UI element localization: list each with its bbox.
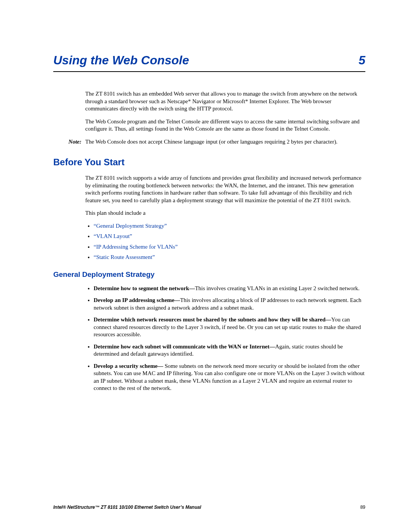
note-label: Note: [53,138,85,146]
section-general-deployment-title: General Deployment Strategy [53,270,365,279]
strategy-item-3-bold: Determine which network resources must b… [94,316,331,323]
section-before-you-start-title: Before You Start [53,157,365,168]
chapter-header: Using the Web Console 5 [53,53,365,72]
intro-block: The ZT 8101 switch has an embedded Web s… [85,90,365,133]
link-ip-addressing[interactable]: “IP Addressing Scheme for VLANs” [94,243,365,251]
plan-links-list: “General Deployment Strategy” “VLAN Layo… [85,222,365,261]
before-you-start-p1: The ZT 8101 switch supports a wide array… [85,174,365,204]
general-deployment-body: Determine how to segment the network—Thi… [85,285,365,392]
strategy-item-4-bold: Determine how each subnet will communica… [94,343,275,350]
strategy-item-2: Develop an IP addressing scheme—This inv… [94,297,365,312]
before-you-start-body: The ZT 8101 switch supports a wide array… [85,174,365,261]
link-general-deployment[interactable]: “General Deployment Strategy” [94,222,365,230]
strategy-item-2-bold: Develop an IP addressing scheme— [94,297,180,303]
strategy-item-3: Determine which network resources must b… [94,316,365,339]
strategy-item-1-text: This involves creating VLANs in an exist… [195,285,360,291]
strategy-item-5-bold: Develop a security scheme— [94,363,163,369]
strategy-item-1-bold: Determine how to segment the network— [94,285,195,291]
note-block: Note: The Web Console does not accept Ch… [53,138,365,146]
chapter-number: 5 [358,53,365,67]
strategy-item-5: Develop a security scheme— Some subnets … [94,363,365,392]
note-text: The Web Console does not accept Chinese … [85,138,365,146]
page-content: Using the Web Console 5 The ZT 8101 swit… [0,0,411,420]
link-vlan-layout[interactable]: “VLAN Layout” [94,233,365,240]
strategy-item-4: Determine how each subnet will communica… [94,343,365,358]
intro-paragraph-1: The ZT 8101 switch has an embedded Web s… [85,90,365,113]
footer-page-number: 89 [360,505,365,510]
chapter-title: Using the Web Console [53,53,189,67]
intro-paragraph-2: The Web Console program and the Telnet C… [85,118,365,133]
before-you-start-p2: This plan should include a [85,209,365,217]
footer-title: Intel® NetStructure™ ZT 8101 10/100 Ethe… [53,505,201,510]
strategy-item-1: Determine how to segment the network—Thi… [94,285,365,292]
page-footer: Intel® NetStructure™ ZT 8101 10/100 Ethe… [53,505,365,510]
strategy-list: Determine how to segment the network—Thi… [85,285,365,392]
link-static-route[interactable]: “Static Route Assessment” [94,254,365,261]
